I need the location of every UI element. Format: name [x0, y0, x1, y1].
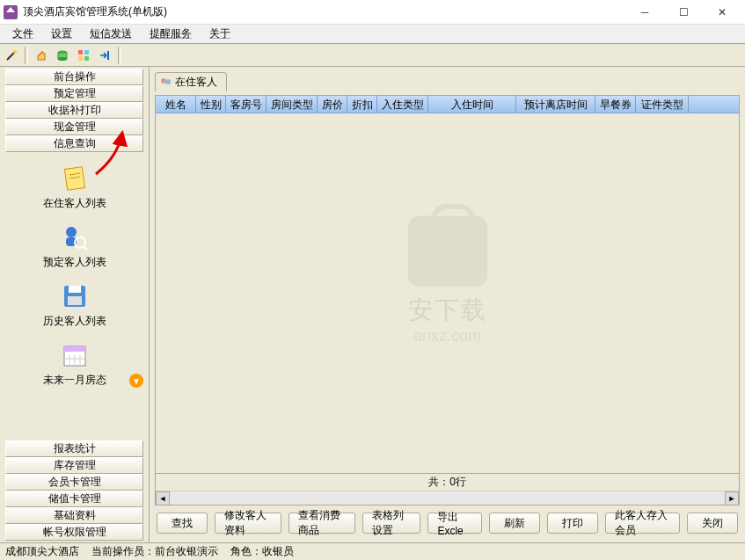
svg-rect-21 [64, 346, 85, 352]
workspace: 前台操作 预定管理 收据补打印 现金管理 信息查询 在住客人列表 预定客人列表 … [0, 67, 745, 542]
menu-settings[interactable]: 设置 [42, 25, 81, 43]
grid-icon[interactable] [74, 46, 93, 65]
menu-sms[interactable]: 短信发送 [81, 25, 141, 43]
nav-front-desk[interactable]: 前台操作 [5, 69, 143, 85]
status-operator: 当前操作员：前台收银演示 [91, 544, 218, 559]
calendar-icon [61, 341, 89, 369]
column-header[interactable]: 房间类型 [267, 96, 318, 113]
export-excel-button[interactable]: 导出Excle [427, 513, 482, 534]
menu-about[interactable]: 关于 [201, 25, 239, 43]
status-role: 角色：收银员 [230, 544, 294, 559]
sidebar-item-inhouse[interactable]: 在住客人列表 [0, 157, 149, 216]
arrow-icon[interactable] [95, 46, 114, 65]
column-header[interactable]: 性别 [196, 96, 226, 113]
nav-prepaid[interactable]: 储值卡管理 [5, 491, 143, 507]
scroll-left-button[interactable]: ◄ [156, 491, 170, 505]
column-header[interactable]: 入住类型 [377, 96, 428, 113]
save-member-button[interactable]: 此客人存入会员 [605, 513, 680, 534]
sidebar-item-reservation[interactable]: 预定客人列表 [0, 216, 149, 275]
sidebar-item-label: 在住客人列表 [43, 196, 106, 211]
svg-point-27 [165, 79, 171, 84]
column-header[interactable]: 房价 [318, 96, 347, 113]
print-button[interactable]: 打印 [547, 513, 598, 534]
toolbar [0, 44, 745, 67]
svg-rect-18 [69, 286, 81, 293]
menu-reminder[interactable]: 提醒服务 [141, 25, 201, 43]
watermark: 安下载 anxz.com [408, 215, 487, 345]
svg-point-4 [58, 57, 67, 61]
view-goods-button[interactable]: 查看消费商品 [289, 513, 355, 534]
sidebar-panel: 在住客人列表 预定客人列表 历史客人列表 未来一月房态 ▼ [0, 152, 149, 440]
svg-point-13 [66, 227, 77, 237]
app-icon [4, 5, 18, 19]
column-header[interactable]: 证件类型 [636, 96, 689, 113]
nav-basic[interactable]: 基础资料 [5, 507, 143, 524]
menu-file[interactable]: 文件 [4, 25, 42, 43]
minimize-button[interactable]: ─ [625, 1, 664, 24]
toolbar-separator [25, 47, 28, 64]
nav-member[interactable]: 会员卡管理 [5, 474, 143, 491]
grid-header: 姓名性别客房号房间类型房价折扣入住类型入住时间预计离店时间早餐券证件类型 [156, 96, 739, 113]
tab-label: 在住客人 [175, 75, 217, 90]
close-panel-button[interactable]: 关闭 [687, 513, 738, 534]
sidebar-item-history[interactable]: 历史客人列表 [0, 275, 149, 334]
grid-footer: 共：0行 [156, 473, 739, 491]
column-header[interactable]: 姓名 [156, 96, 196, 113]
refresh-button[interactable]: 刷新 [489, 513, 540, 534]
button-bar: 查找修改客人资料查看消费商品表格列设置导出Excle刷新打印此客人存入会员关闭 [155, 509, 740, 537]
floppy-icon [61, 282, 89, 310]
row-count: 共：0行 [428, 475, 466, 490]
svg-point-26 [161, 78, 166, 84]
svg-rect-9 [107, 51, 109, 60]
svg-rect-8 [84, 56, 89, 61]
sidebar-item-label: 未来一月房态 [43, 373, 106, 388]
svg-line-16 [84, 246, 87, 250]
sidebar: 前台操作 预定管理 收据补打印 现金管理 信息查询 在住客人列表 预定客人列表 … [0, 67, 150, 542]
tab-bar: 在住客人 [155, 72, 740, 91]
down-arrow-icon: ▼ [129, 374, 143, 388]
data-grid: 姓名性别客房号房间类型房价折扣入住类型入住时间预计离店时间早餐券证件类型 安下载… [155, 95, 740, 505]
nav-receipt[interactable]: 收据补打印 [5, 102, 143, 119]
edit-guest-button[interactable]: 修改客人资料 [215, 513, 281, 534]
note-icon [61, 164, 89, 193]
person-search-icon [61, 223, 89, 251]
toolbar-separator [118, 47, 121, 64]
column-header[interactable]: 客房号 [226, 96, 267, 113]
hand-icon[interactable] [32, 46, 51, 65]
nav-account[interactable]: 帐号权限管理 [5, 524, 143, 541]
svg-rect-7 [78, 56, 83, 61]
column-header[interactable]: 预计离店时间 [516, 96, 595, 113]
svg-point-1 [13, 50, 17, 54]
tab-inhouse[interactable]: 在住客人 [155, 72, 227, 91]
grid-body[interactable]: 安下载 anxz.com [156, 113, 739, 473]
close-button[interactable]: ✕ [703, 1, 741, 24]
horizontal-scrollbar[interactable]: ◄ ► [156, 491, 739, 505]
cylinder-icon[interactable] [53, 46, 72, 65]
nav-info-query[interactable]: 信息查询 [5, 135, 143, 152]
column-settings-button[interactable]: 表格列设置 [362, 513, 421, 534]
search-button[interactable]: 查找 [157, 513, 208, 534]
svg-rect-10 [64, 167, 84, 191]
nav-reservation[interactable]: 预定管理 [5, 85, 143, 102]
title-bar: 顶尖酒店宾馆管理系统(单机版) ─ ☐ ✕ [0, 0, 745, 25]
nav-cash[interactable]: 现金管理 [5, 119, 143, 135]
maximize-button[interactable]: ☐ [664, 1, 703, 24]
column-header[interactable]: 早餐券 [595, 96, 636, 113]
main-area: 在住客人 姓名性别客房号房间类型房价折扣入住类型入住时间预计离店时间早餐券证件类… [150, 67, 745, 542]
column-header[interactable]: 折扣 [347, 96, 377, 113]
scroll-right-button[interactable]: ► [725, 491, 739, 505]
svg-rect-5 [78, 50, 83, 55]
column-header[interactable]: 入住时间 [428, 96, 516, 113]
svg-rect-19 [68, 296, 82, 305]
status-hotel: 成都顶尖大酒店 [5, 544, 79, 559]
wand-icon[interactable] [2, 46, 21, 65]
status-bar: 成都顶尖大酒店 当前操作员：前台收银演示 角色：收银员 [0, 542, 745, 560]
window-title: 顶尖酒店宾馆管理系统(单机版) [23, 4, 625, 19]
scroll-track[interactable] [170, 491, 725, 505]
menu-bar: 文件 设置 短信发送 提醒服务 关于 [0, 25, 745, 44]
sidebar-item-label: 历史客人列表 [43, 314, 106, 329]
svg-rect-6 [84, 50, 89, 55]
nav-inventory[interactable]: 库存管理 [5, 457, 143, 474]
sidebar-item-future[interactable]: 未来一月房态 ▼ [0, 334, 149, 393]
nav-reports[interactable]: 报表统计 [5, 440, 143, 457]
